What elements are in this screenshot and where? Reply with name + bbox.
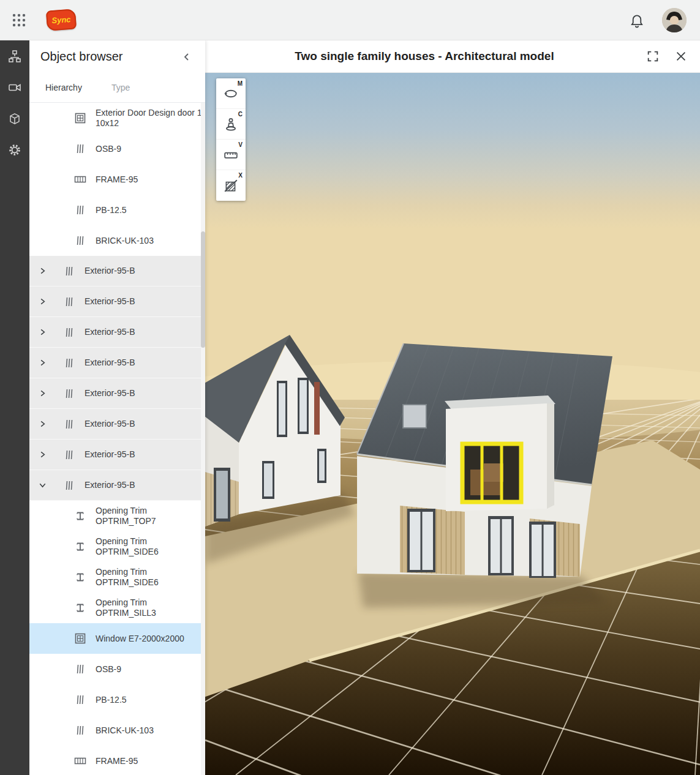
- hatch-icon: [62, 326, 76, 339]
- section-tool-button[interactable]: X: [216, 170, 246, 201]
- orbit-shortcut: M: [238, 80, 243, 87]
- tree-item-label: PB-12.5: [96, 695, 127, 705]
- selected-window-highlight[interactable]: [462, 444, 521, 502]
- chevron-right-icon[interactable]: [38, 450, 53, 460]
- chevron-down-icon[interactable]: [38, 481, 53, 490]
- settings-gear-icon[interactable]: [0, 134, 29, 165]
- panel-scrollbar-thumb[interactable]: [201, 231, 205, 348]
- tree-item[interactable]: Window E7-2000x2000: [29, 623, 205, 654]
- trim-icon: [73, 601, 87, 615]
- panel-header: Object browser: [29, 40, 205, 73]
- tree-item-label: Exterior-95-B: [85, 296, 135, 307]
- tree-item[interactable]: Opening TrimOPTRIM_SILL3: [29, 593, 205, 623]
- tree-item-label: OSB-9: [96, 144, 121, 154]
- hatch-icon: [62, 295, 76, 309]
- chevron-right-icon[interactable]: [38, 266, 53, 276]
- tree-item[interactable]: PB-12.5: [29, 684, 205, 715]
- tree-item[interactable]: Exterior-95-B: [29, 440, 205, 470]
- first-person-shortcut: C: [238, 111, 243, 118]
- hatch-icon: [73, 142, 87, 155]
- left-icon-rail: [0, 40, 29, 775]
- tree-item[interactable]: Opening TrimOPTRIM_TOP7: [29, 501, 205, 531]
- tree-item[interactable]: Exterior-95-B: [29, 256, 205, 286]
- roof-window: [403, 405, 426, 428]
- tree-item-label: BRICK-UK-103: [96, 236, 154, 246]
- chevron-right-icon[interactable]: [38, 297, 53, 307]
- tree-item[interactable]: Exterior-95-B: [29, 348, 205, 378]
- orbit-tool-button[interactable]: M: [216, 78, 246, 109]
- chevron-right-icon[interactable]: [38, 389, 53, 399]
- hatch-icon: [62, 387, 76, 400]
- tree-item[interactable]: BRICK-UK-103: [29, 225, 205, 256]
- model-3d-cube-icon[interactable]: [0, 103, 29, 134]
- viewport-title: Two single family houses - Architectural…: [214, 50, 635, 63]
- tree-item[interactable]: Opening TrimOPTRIM_SIDE6: [29, 531, 205, 562]
- camera-icon[interactable]: [0, 72, 29, 103]
- hatch-icon: [73, 724, 87, 737]
- tree-item[interactable]: Exterior-95-B: [29, 470, 205, 501]
- tree-item[interactable]: FRAME-95: [29, 746, 205, 775]
- window-icon: [73, 111, 87, 125]
- apps-grid-icon[interactable]: [10, 11, 28, 29]
- trim-icon: [73, 540, 87, 553]
- hatch-icon: [73, 693, 87, 706]
- tree-item[interactable]: Opening TrimOPTRIM_SIDE6: [29, 562, 205, 593]
- tree-item-label: Opening TrimOPTRIM_SIDE6: [96, 536, 159, 557]
- tab-hierarchy[interactable]: Hierarchy: [45, 83, 82, 92]
- section-shortcut: X: [238, 172, 243, 179]
- hatch-icon: [62, 356, 76, 370]
- tree-item-label: Exterior-95-B: [85, 480, 135, 490]
- tree-item-label: BRICK-UK-103: [96, 725, 154, 736]
- panel-title: Object browser: [40, 50, 123, 64]
- hierarchy-tree-icon[interactable]: [0, 40, 29, 72]
- tree-item[interactable]: OSB-9: [29, 133, 205, 164]
- tree-item-label: Opening TrimOPTRIM_SILL3: [96, 597, 156, 618]
- tree-item-label: Exterior Door Design door 110x12: [96, 108, 202, 129]
- avatar[interactable]: [662, 8, 687, 32]
- collapse-panel-icon[interactable]: [178, 48, 195, 66]
- fullscreen-icon[interactable]: [642, 46, 663, 67]
- tree-item-label: FRAME-95: [96, 174, 138, 185]
- object-tree: Exterior Door Design door 110x12OSB-9FRA…: [29, 103, 205, 775]
- hatch-icon: [62, 448, 76, 462]
- tree-item[interactable]: Exterior Door Design door 110x12: [29, 103, 205, 133]
- tab-type[interactable]: Type: [111, 83, 130, 92]
- tree-item-label: Opening TrimOPTRIM_SIDE6: [96, 567, 159, 588]
- frame-icon: [73, 754, 87, 768]
- panel-tabs: Hierarchy Type: [29, 73, 205, 103]
- tree-item-label: OSB-9: [96, 664, 121, 675]
- tree-item[interactable]: BRICK-UK-103: [29, 715, 205, 746]
- tree-item[interactable]: PB-12.5: [29, 195, 205, 225]
- close-icon[interactable]: [671, 46, 691, 67]
- tree-item[interactable]: Exterior-95-B: [29, 378, 205, 409]
- hatch-icon: [73, 234, 87, 247]
- notifications-bell-icon[interactable]: [629, 12, 645, 28]
- view-toolbar: M C V X: [216, 78, 246, 201]
- tree-item-label: Exterior-95-B: [85, 449, 135, 460]
- topbar: Sync: [0, 0, 700, 40]
- tree-item[interactable]: FRAME-95: [29, 164, 205, 195]
- chevron-right-icon[interactable]: [38, 328, 53, 337]
- sync-logo[interactable]: Sync: [46, 9, 77, 31]
- hatch-icon: [73, 203, 87, 217]
- tree-item-label: Exterior-95-B: [85, 327, 135, 337]
- scene-3d-canvas[interactable]: [205, 73, 700, 775]
- panel-scrollbar: [201, 103, 205, 775]
- measure-tool-button[interactable]: V: [216, 140, 246, 170]
- first-person-tool-button[interactable]: C: [216, 109, 246, 140]
- tree-item-label: Exterior-95-B: [85, 419, 135, 429]
- chevron-right-icon[interactable]: [38, 358, 53, 368]
- scene-container: M C V X: [205, 73, 700, 775]
- tree-item-label: Window E7-2000x2000: [96, 634, 184, 644]
- tree-item[interactable]: OSB-9: [29, 654, 205, 684]
- tree-item[interactable]: Exterior-95-B: [29, 286, 205, 317]
- tree-item-label: Opening TrimOPTRIM_TOP7: [96, 506, 156, 526]
- trim-icon: [73, 571, 87, 584]
- measure-shortcut: V: [238, 141, 243, 148]
- chevron-right-icon[interactable]: [38, 419, 53, 429]
- sync-logo-text: Sync: [51, 15, 71, 25]
- frame-icon: [73, 173, 87, 186]
- tree-item[interactable]: Exterior-95-B: [29, 317, 205, 348]
- hatch-icon: [62, 479, 76, 492]
- tree-item[interactable]: Exterior-95-B: [29, 409, 205, 440]
